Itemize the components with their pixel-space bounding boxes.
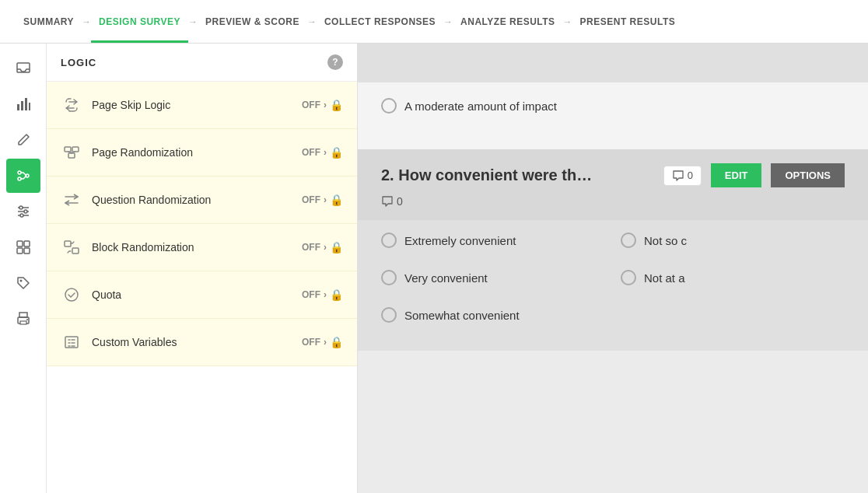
nav-preview-score[interactable]: PREVIEW & SCORE bbox=[198, 0, 307, 43]
nav-arrow-2: → bbox=[188, 16, 198, 27]
svg-point-5 bbox=[18, 171, 21, 174]
logic-panel: LOGIC ? Page Skip Logic OFF bbox=[47, 44, 358, 493]
svg-rect-0 bbox=[17, 63, 30, 72]
top-navigation: SUMMARY → DESIGN SURVEY → PREVIEW & SCOR… bbox=[0, 0, 868, 44]
q2-options-grid: Extremely convenient Not so c Very conve… bbox=[358, 220, 868, 351]
svg-rect-27 bbox=[72, 248, 79, 253]
svg-point-18 bbox=[19, 280, 22, 282]
question-random-lock-icon: 🔒 bbox=[330, 194, 343, 206]
svg-rect-2 bbox=[21, 101, 23, 110]
page-skip-status: OFF › 🔒 bbox=[302, 99, 343, 111]
q2-option-very-convenient[interactable]: Very convenient bbox=[381, 270, 605, 285]
comment-count-row: 0 bbox=[358, 195, 868, 220]
page-skip-icon bbox=[61, 94, 82, 116]
sidebar-icon-edit[interactable] bbox=[6, 123, 40, 157]
custom-var-icon bbox=[61, 331, 82, 353]
block-random-lock-icon: 🔒 bbox=[330, 241, 343, 253]
sidebar-icon-print[interactable] bbox=[6, 302, 40, 336]
page-random-icon bbox=[61, 142, 82, 163]
survey-area: A moderate amount of impact 2. How conve… bbox=[358, 44, 868, 493]
nav-arrow-4: → bbox=[443, 16, 453, 27]
custom-var-lock-icon: 🔒 bbox=[330, 336, 343, 348]
question-2-block: 2. How convenient were th… 0 EDIT OPTION… bbox=[358, 149, 868, 351]
q2-option-extremely-convenient[interactable]: Extremely convenient bbox=[381, 233, 605, 248]
svg-rect-19 bbox=[19, 313, 27, 317]
svg-point-6 bbox=[18, 177, 21, 180]
q2-radio-extremely[interactable] bbox=[381, 233, 397, 248]
logic-header: LOGIC ? bbox=[47, 44, 357, 82]
survey-top-bar bbox=[358, 44, 868, 82]
logic-item-page-skip[interactable]: Page Skip Logic OFF › 🔒 bbox=[47, 82, 357, 129]
sidebar-icon-grid[interactable] bbox=[6, 230, 40, 264]
svg-rect-21 bbox=[20, 321, 26, 324]
edit-button[interactable]: EDIT bbox=[711, 163, 762, 187]
sidebar-icon-tag[interactable] bbox=[6, 266, 40, 300]
comment-count-icon bbox=[381, 195, 394, 208]
sidebar-icon-chart[interactable] bbox=[6, 87, 40, 121]
question-random-status: OFF › 🔒 bbox=[302, 194, 343, 206]
q1-radio-moderate[interactable] bbox=[381, 98, 397, 114]
question-1-block: A moderate amount of impact bbox=[358, 82, 868, 149]
nav-arrow-5: → bbox=[563, 16, 572, 27]
page-random-label: Page Randomization bbox=[92, 146, 302, 159]
q2-radio-very[interactable] bbox=[381, 270, 397, 285]
quota-lock-icon: 🔒 bbox=[330, 288, 343, 301]
block-random-label: Block Randomization bbox=[92, 241, 302, 253]
logic-title: LOGIC bbox=[61, 57, 96, 68]
logic-items-list: Page Skip Logic OFF › 🔒 Page bbox=[47, 82, 357, 493]
custom-var-label: Custom Variables bbox=[92, 336, 302, 348]
svg-rect-15 bbox=[24, 241, 30, 247]
nav-analyze-results[interactable]: ANALYZE RESULTS bbox=[453, 0, 563, 43]
svg-rect-26 bbox=[65, 241, 71, 247]
page-skip-label: Page Skip Logic bbox=[92, 99, 302, 111]
svg-rect-4 bbox=[29, 103, 30, 110]
custom-var-status: OFF › 🔒 bbox=[302, 336, 343, 348]
quota-icon bbox=[61, 284, 82, 306]
q2-option-somewhat-convenient[interactable]: Somewhat convenient bbox=[381, 307, 605, 323]
svg-rect-16 bbox=[17, 248, 23, 253]
question-2-title: 2. How convenient were th… bbox=[381, 166, 654, 184]
nav-arrow-1: → bbox=[82, 16, 91, 27]
logic-item-quota[interactable]: Quota OFF › 🔒 bbox=[47, 271, 357, 319]
q2-radio-somewhat[interactable] bbox=[381, 307, 397, 323]
q1-option-moderate[interactable]: A moderate amount of impact bbox=[381, 98, 845, 114]
logic-item-question-randomization[interactable]: Question Randomization OFF › 🔒 bbox=[47, 177, 357, 224]
page-random-lock-icon: 🔒 bbox=[330, 146, 343, 159]
question-2-header: 2. How convenient were th… 0 EDIT OPTION… bbox=[358, 149, 868, 195]
page-skip-lock-icon: 🔒 bbox=[330, 99, 343, 111]
quota-label: Quota bbox=[92, 288, 302, 301]
sidebar-icon-settings[interactable] bbox=[6, 194, 40, 229]
question-random-label: Question Randomization bbox=[92, 194, 302, 206]
svg-rect-17 bbox=[24, 248, 30, 253]
nav-summary[interactable]: SUMMARY bbox=[16, 0, 82, 43]
svg-rect-1 bbox=[17, 104, 19, 110]
help-icon[interactable]: ? bbox=[327, 54, 343, 70]
svg-rect-23 bbox=[65, 147, 71, 152]
svg-point-28 bbox=[65, 288, 78, 301]
svg-point-22 bbox=[26, 319, 28, 320]
nav-design-survey[interactable]: DESIGN SURVEY bbox=[91, 0, 188, 43]
q2-radio-not-at[interactable] bbox=[621, 270, 636, 285]
block-random-icon bbox=[61, 236, 82, 258]
logic-item-custom-variables[interactable]: Custom Variables OFF › 🔒 bbox=[47, 319, 357, 366]
q2-radio-not-so[interactable] bbox=[621, 233, 636, 248]
q2-option-not-at-all[interactable]: Not at a bbox=[621, 270, 845, 285]
comment-badge[interactable]: 0 bbox=[663, 166, 702, 186]
main-layout: LOGIC ? Page Skip Logic OFF bbox=[0, 44, 868, 493]
logic-item-page-randomization[interactable]: Page Randomization OFF › 🔒 bbox=[47, 129, 357, 177]
logic-item-block-randomization[interactable]: Block Randomization OFF › 🔒 bbox=[47, 224, 357, 271]
svg-rect-14 bbox=[17, 241, 23, 247]
svg-point-11 bbox=[19, 206, 23, 209]
sidebar-icon-inbox[interactable] bbox=[6, 51, 40, 86]
comment-icon bbox=[672, 170, 684, 182]
nav-collect-responses[interactable]: COLLECT RESPONSES bbox=[317, 0, 443, 43]
svg-rect-24 bbox=[72, 147, 79, 152]
sidebar-icon-logic[interactable] bbox=[6, 159, 40, 193]
quota-status: OFF › 🔒 bbox=[302, 288, 343, 301]
q2-option-not-so[interactable]: Not so c bbox=[621, 233, 845, 248]
block-random-status: OFF › 🔒 bbox=[302, 241, 343, 253]
options-button[interactable]: OPTIONS bbox=[771, 163, 845, 187]
nav-present-results[interactable]: PRESENT RESULTS bbox=[572, 0, 684, 43]
page-random-status: OFF › 🔒 bbox=[302, 146, 343, 159]
question-random-icon bbox=[61, 189, 82, 211]
